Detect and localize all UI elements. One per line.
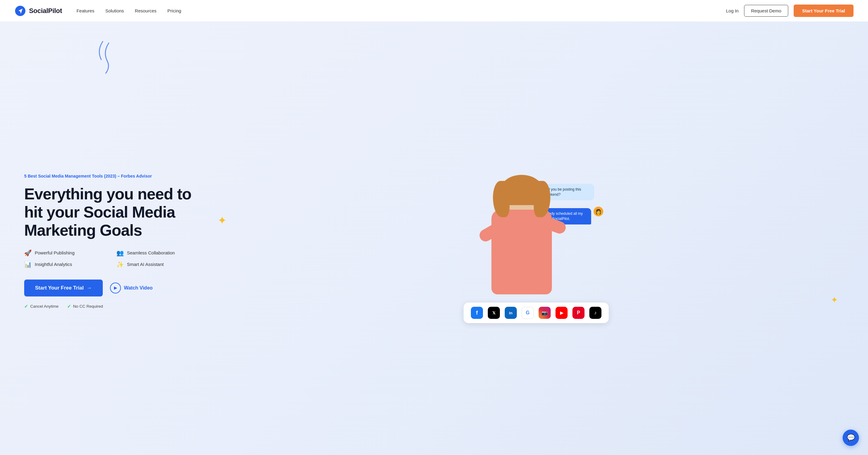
feature-collaboration-label: Seamless Collaboration (127, 250, 175, 255)
linkedin-icon[interactable]: in (505, 307, 517, 319)
instagram-icon[interactable]: 📷 (538, 307, 551, 319)
analytics-icon: 📊 (24, 261, 32, 268)
pinterest-icon[interactable]: P (572, 307, 585, 319)
checkmark-1: ✓ (24, 304, 28, 309)
hero-right: ✦ ✦ 🎉 Will you be posting this weekend? … (199, 154, 844, 329)
request-demo-button[interactable]: Request Demo (744, 5, 788, 17)
logo-text: SocialPilot (29, 7, 62, 15)
sparkle-icon-2: ✦ (831, 295, 838, 305)
cancel-note: ✓ Cancel Anytime (24, 304, 59, 309)
google-icon[interactable]: G (522, 307, 534, 319)
logo-icon (14, 5, 26, 17)
live-chat-button[interactable]: 💬 (843, 430, 859, 446)
tiktok-icon[interactable]: ♪ (589, 307, 601, 319)
feature-analytics-label: Insightful Analytics (35, 262, 72, 267)
logo[interactable]: SocialPilot (14, 5, 62, 17)
sparkle-icon-1: ✦ (218, 214, 227, 227)
nav-trial-button[interactable]: Start Your Free Trial (794, 4, 854, 17)
twitter-x-icon[interactable]: 𝕏 (488, 307, 500, 319)
person-hair (500, 175, 543, 205)
social-icons-bar: f 𝕏 in G 📷 ▶ P ♪ (464, 303, 609, 323)
youtube-icon[interactable]: ▶ (556, 307, 567, 319)
collaboration-icon: 👥 (116, 249, 124, 257)
no-cc-note: ✓ No CC Required (67, 304, 103, 309)
hero-trial-button[interactable]: Start Your Free Trial → (24, 280, 103, 296)
ai-icon: ✨ (116, 261, 124, 268)
cancel-label: Cancel Anytime (30, 304, 59, 309)
no-cc-label: No CC Required (73, 304, 103, 309)
hero-title: Everything you need to hit your Social M… (24, 185, 199, 239)
nav-solutions[interactable]: Solutions (105, 8, 124, 13)
nav-pricing[interactable]: Pricing (167, 8, 181, 13)
login-button[interactable]: Log In (726, 8, 739, 13)
avatar-2: 👩 (594, 207, 603, 216)
checkmark-2: ✓ (67, 304, 71, 309)
nav-actions: Log In Request Demo Start Your Free Tria… (726, 4, 854, 17)
feature-collaboration: 👥 Seamless Collaboration (116, 249, 199, 257)
hero-features: 🚀 Powerful Publishing 👥 Seamless Collabo… (24, 249, 199, 268)
hero-left: 5 Best Social Media Management Tools (20… (24, 174, 199, 309)
feature-publishing: 🚀 Powerful Publishing (24, 249, 107, 257)
hero-section: 5 Best Social Media Management Tools (20… (0, 22, 868, 455)
feature-publishing-label: Powerful Publishing (35, 250, 75, 255)
nav-links: Features Solutions Resources Pricing (76, 8, 726, 13)
hero-cta: Start Your Free Trial → ▶ Watch Video (24, 280, 199, 296)
play-icon: ▶ (110, 283, 121, 293)
watch-label: Watch Video (124, 285, 153, 291)
feature-analytics: 📊 Insightful Analytics (24, 261, 107, 268)
nav-resources[interactable]: Resources (135, 8, 157, 13)
hero-badge: 5 Best Social Media Management Tools (20… (24, 174, 199, 178)
feature-ai: ✨ Smart AI Assistant (116, 261, 199, 268)
decorative-curves (91, 40, 115, 76)
nav-features[interactable]: Features (76, 8, 94, 13)
navbar: SocialPilot Features Solutions Resources… (0, 0, 868, 22)
publishing-icon: 🚀 (24, 249, 32, 257)
facebook-icon[interactable]: f (471, 307, 483, 319)
arrow-icon: → (87, 285, 92, 291)
feature-ai-label: Smart AI Assistant (127, 262, 164, 267)
hero-notes: ✓ Cancel Anytime ✓ No CC Required (24, 304, 199, 309)
watch-video-button[interactable]: ▶ Watch Video (110, 283, 153, 293)
hero-trial-label: Start Your Free Trial (35, 285, 84, 291)
